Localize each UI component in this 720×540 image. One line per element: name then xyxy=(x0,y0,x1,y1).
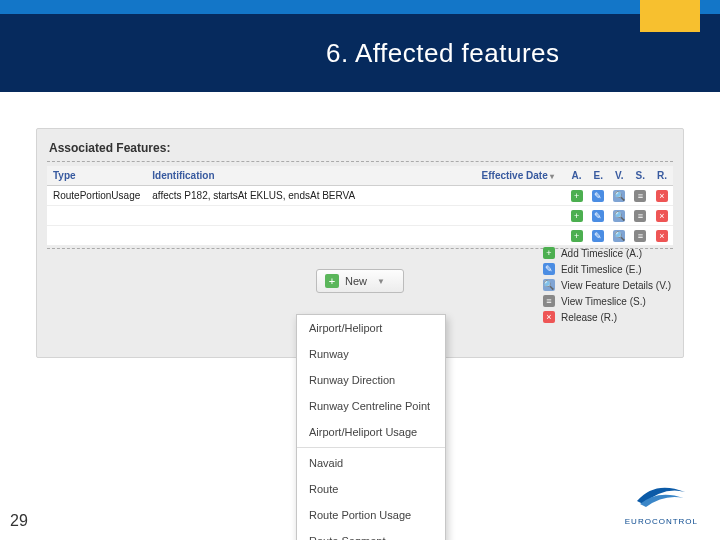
col-s: S. xyxy=(630,166,651,186)
cell-ident xyxy=(146,206,475,226)
cell-eff xyxy=(476,226,566,246)
row-release-icon[interactable]: × xyxy=(656,210,668,222)
edit-icon: ✎ xyxy=(543,263,555,275)
slice-icon: ≡ xyxy=(543,295,555,307)
row-edit-icon[interactable]: ✎ xyxy=(592,190,604,202)
cell-eff xyxy=(476,186,566,206)
row-view-icon[interactable]: 🔍 xyxy=(613,210,625,222)
cell-ident xyxy=(146,226,475,246)
menu-item[interactable]: Navaid xyxy=(297,450,445,476)
col-e: E. xyxy=(588,166,609,186)
col-r: R. xyxy=(651,166,673,186)
legend-add: Add Timeslice (A.) xyxy=(561,248,642,259)
cell-type xyxy=(47,226,146,246)
legend-slice: View Timeslice (S.) xyxy=(561,296,646,307)
new-button-label: New xyxy=(345,275,367,287)
logo-text: EUROCONTROL xyxy=(625,517,698,526)
panel-title: Associated Features: xyxy=(47,139,673,161)
page-number: 29 xyxy=(10,512,28,530)
new-button[interactable]: + New ▼ xyxy=(316,269,404,293)
row-slice-icon[interactable]: ≡ xyxy=(634,230,646,242)
brand-accent xyxy=(640,0,700,32)
menu-item[interactable]: Runway Direction xyxy=(297,367,445,393)
menu-item[interactable]: Route Portion Usage xyxy=(297,502,445,528)
row-release-icon[interactable]: × xyxy=(656,230,668,242)
legend-edit: Edit Timeslice (E.) xyxy=(561,264,642,275)
features-table: Type Identification Effective Date A. E.… xyxy=(47,166,673,246)
row-view-icon[interactable]: 🔍 xyxy=(613,230,625,242)
title-band: 6. Affected features xyxy=(0,14,720,92)
row-slice-icon[interactable]: ≡ xyxy=(634,190,646,202)
table-header-row: Type Identification Effective Date A. E.… xyxy=(47,166,673,186)
cell-eff xyxy=(476,206,566,226)
col-type[interactable]: Type xyxy=(47,166,146,186)
row-edit-icon[interactable]: ✎ xyxy=(592,210,604,222)
table-row[interactable]: +✎🔍≡× xyxy=(47,226,673,246)
row-add-icon[interactable]: + xyxy=(571,210,583,222)
menu-item[interactable]: Route Segment xyxy=(297,528,445,540)
col-a: A. xyxy=(566,166,588,186)
col-ident[interactable]: Identification xyxy=(146,166,475,186)
page-title: 6. Affected features xyxy=(326,38,560,69)
panel-title-rule xyxy=(47,161,673,162)
legend-view: View Feature Details (V.) xyxy=(561,280,671,291)
col-v: V. xyxy=(609,166,630,186)
table-row[interactable]: +✎🔍≡× xyxy=(47,206,673,226)
add-icon: + xyxy=(543,247,555,259)
eurocontrol-logo: EUROCONTROL xyxy=(625,477,698,526)
chevron-down-icon: ▼ xyxy=(377,277,385,286)
menu-item[interactable]: Airport/Heliport xyxy=(297,315,445,341)
plus-icon: + xyxy=(325,274,339,288)
legend: +Add Timeslice (A.) ✎Edit Timeslice (E.)… xyxy=(543,247,671,327)
menu-item[interactable]: Airport/Heliport Usage xyxy=(297,419,445,445)
row-release-icon[interactable]: × xyxy=(656,190,668,202)
row-add-icon[interactable]: + xyxy=(571,230,583,242)
menu-separator xyxy=(297,447,445,448)
cell-type xyxy=(47,206,146,226)
release-icon: × xyxy=(543,311,555,323)
menu-item[interactable]: Route xyxy=(297,476,445,502)
row-add-icon[interactable]: + xyxy=(571,190,583,202)
row-edit-icon[interactable]: ✎ xyxy=(592,230,604,242)
legend-release: Release (R.) xyxy=(561,312,617,323)
row-view-icon[interactable]: 🔍 xyxy=(613,190,625,202)
new-dropdown-menu[interactable]: Airport/HeliportRunwayRunway DirectionRu… xyxy=(296,314,446,540)
menu-item[interactable]: Runway Centreline Point xyxy=(297,393,445,419)
cell-ident: affects P182, startsAt EKLUS, endsAt BER… xyxy=(146,186,475,206)
table-row[interactable]: RoutePortionUsageaffects P182, startsAt … xyxy=(47,186,673,206)
view-icon: 🔍 xyxy=(543,279,555,291)
row-slice-icon[interactable]: ≡ xyxy=(634,210,646,222)
cell-type: RoutePortionUsage xyxy=(47,186,146,206)
logo-swirl-icon xyxy=(631,477,691,513)
col-effective-date[interactable]: Effective Date xyxy=(476,166,566,186)
top-strip xyxy=(0,0,720,14)
menu-item[interactable]: Runway xyxy=(297,341,445,367)
